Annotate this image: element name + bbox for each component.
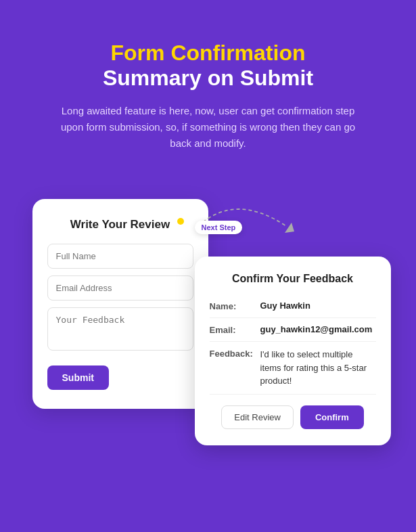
confirm-feedback-row: Feedback: I'd like to select multiple it… (210, 342, 376, 395)
next-step-label: Next Step (195, 221, 243, 234)
svg-marker-0 (285, 223, 294, 233)
feedback-textarea[interactable] (47, 307, 193, 351)
form-card: Write Your Review Submit (32, 199, 208, 409)
edit-review-button[interactable]: Edit Review (221, 405, 294, 429)
email-input[interactable] (47, 275, 193, 301)
dot-marker (177, 218, 184, 225)
form-card-title: Write Your Review (47, 218, 193, 231)
confirm-feedback-value: I'd like to select multiple items for ra… (260, 348, 376, 388)
header-title-main: Summary on Submit (60, 66, 357, 91)
confirm-button[interactable]: Confirm (300, 405, 364, 429)
cards-container: Next Step Write Your Review Submit Confi… (26, 185, 391, 449)
confirm-email-label: Email: (210, 324, 260, 335)
header-section: Form Confirmation Summary on Submit Long… (19, 0, 398, 172)
header-title-highlight: Form Confirmation (60, 41, 357, 66)
confirm-email-value: guy_hawkin12@gmail.com (260, 324, 376, 334)
confirm-card: Confirm Your Feedback Name: Guy Hawkin E… (195, 257, 391, 445)
confirm-card-title: Confirm Your Feedback (210, 273, 376, 285)
header-description: Long awaited feature is here, now, user … (60, 103, 357, 152)
confirm-name-value: Guy Hawkin (260, 301, 376, 311)
name-input[interactable] (47, 244, 193, 269)
confirm-email-row: Email: guy_hawkin12@gmail.com (210, 318, 376, 342)
confirm-name-label: Name: (210, 301, 260, 311)
confirm-actions: Edit Review Confirm (210, 405, 376, 429)
submit-button[interactable]: Submit (47, 365, 109, 390)
confirm-feedback-label: Feedback: (210, 348, 260, 359)
confirm-name-row: Name: Guy Hawkin (210, 294, 376, 318)
